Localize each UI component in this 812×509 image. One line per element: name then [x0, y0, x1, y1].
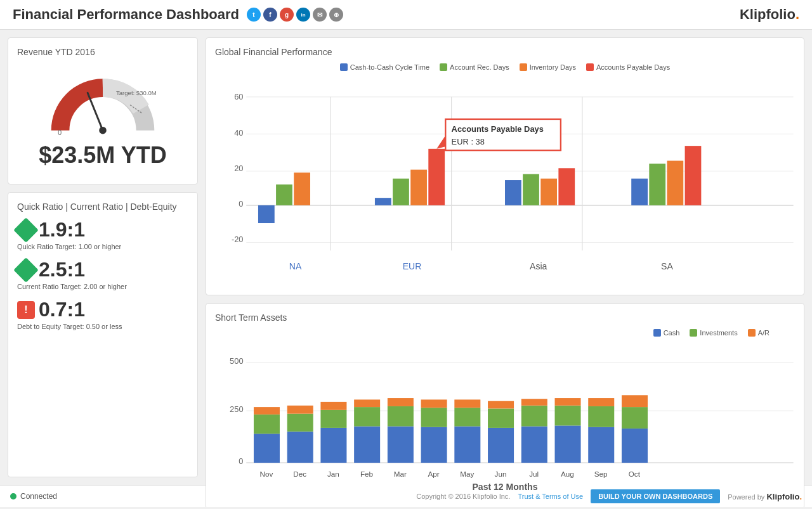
stacked-feb-cash — [354, 427, 380, 463]
bar-eur-ar — [393, 179, 409, 205]
legend-cash-cycle-dot — [340, 63, 348, 71]
current-ratio-target: Current Ratio Target: 2.00 or higher — [17, 283, 188, 290]
trust-link[interactable]: Trust & Terms of Use — [518, 493, 583, 500]
stacked-jan-cash — [320, 428, 346, 463]
legend-ap-days-label: Accounts Payable Days — [596, 63, 670, 71]
stacked-mar-inv — [388, 406, 414, 427]
debt-equity-row: ! 0.7:1 — [17, 298, 188, 321]
current-ratio-value: 2.5:1 — [39, 258, 85, 281]
current-ratio-section: 2.5:1 Current Ratio Target: 2.00 or high… — [17, 258, 188, 290]
svg-text:May: May — [460, 470, 474, 478]
share-icon[interactable]: ⊕ — [329, 8, 343, 22]
short-term-title: Short Term Assets — [215, 312, 795, 323]
main-content: Revenue YTD 2016 0 Target: $30.0 — [0, 30, 812, 485]
bar-sa-inv — [667, 161, 683, 205]
bar-asia-ap — [558, 168, 575, 205]
legend-investments-label: Investments — [700, 329, 737, 337]
stacked-apr-inv — [421, 408, 447, 427]
page-title: Financial Performance Dashboard — [13, 6, 239, 23]
short-term-card: Short Term Assets Cash Investments A/R — [206, 303, 804, 507]
legend-inv-days-label: Inventory Days — [530, 63, 576, 71]
legend-ar-dot — [748, 329, 756, 337]
twitter-icon[interactable]: t — [247, 8, 261, 22]
current-ratio-icon — [13, 257, 39, 283]
quick-ratio-value: 1.9:1 — [39, 218, 85, 242]
status-indicator — [10, 493, 16, 499]
legend-inv-days: Inventory Days — [520, 63, 576, 71]
header-left: Financial Performance Dashboard t f g in… — [13, 6, 343, 23]
email-icon[interactable]: ✉ — [313, 8, 327, 22]
quick-ratio-icon — [13, 217, 39, 243]
svg-text:Dec: Dec — [293, 470, 306, 478]
global-bar-chart: 60 40 20 0 -20 — [215, 76, 795, 284]
label-asia: Asia — [530, 261, 547, 271]
footer-left: Connected — [10, 492, 57, 501]
stacked-oct-inv — [622, 407, 648, 428]
svg-text:0: 0 — [239, 456, 243, 466]
stacked-sep-inv — [588, 406, 614, 427]
bar-na-cash — [258, 205, 275, 223]
copyright-text: Copyright © 2016 Klipfolio Inc. — [416, 493, 510, 500]
bar-eur-inv — [410, 170, 427, 205]
svg-text:20: 20 — [234, 164, 243, 173]
label-na: NA — [289, 261, 302, 271]
stacked-jan-inv — [320, 410, 346, 428]
stacked-aug-cash — [555, 425, 581, 463]
stacked-jun-ar — [488, 401, 514, 409]
footer-right: Copyright © 2016 Klipfolio Inc. Trust & … — [416, 489, 802, 503]
svg-text:Jul: Jul — [529, 470, 539, 478]
stacked-may-inv — [454, 408, 480, 426]
left-panel: Revenue YTD 2016 0 Target: $30.0 — [8, 37, 198, 477]
stacked-jan-ar — [320, 402, 346, 410]
google-icon[interactable]: g — [280, 8, 294, 22]
legend-ar-days-label: Account Rec. Days — [450, 63, 509, 71]
svg-text:0: 0 — [58, 129, 62, 136]
bar-na-inv — [294, 172, 310, 205]
facebook-icon[interactable]: f — [263, 8, 277, 22]
svg-text:Sep: Sep — [594, 470, 608, 478]
debt-equity-value: 0.7:1 — [39, 298, 85, 321]
stacked-jul-inv — [521, 406, 547, 427]
tooltip-title: Accounts Payable Days — [452, 124, 544, 134]
linkedin-icon[interactable]: in — [296, 8, 310, 22]
legend-ap-days-dot — [586, 63, 594, 71]
svg-text:40: 40 — [234, 128, 243, 138]
global-chart-card: Global Financial Performance Cash-to-Cas… — [206, 37, 804, 295]
debt-equity-section: ! 0.7:1 Debt to Equity Target: 0.50 or l… — [17, 298, 188, 330]
stacked-mar-ar — [388, 398, 414, 406]
global-chart-title: Global Financial Performance — [215, 47, 795, 57]
klipfolio-logo: Klipfolio. — [740, 6, 799, 23]
current-ratio-row: 2.5:1 — [17, 258, 188, 281]
status-text: Connected — [20, 492, 57, 501]
bar-sa-cash — [631, 179, 648, 205]
bar-eur-cash — [375, 198, 391, 205]
legend-cash-dot — [653, 329, 661, 337]
stacked-oct-ar — [622, 395, 648, 407]
build-dashboard-button[interactable]: BUILD YOUR OWN DASHBOARDS — [591, 489, 720, 503]
svg-text:Nov: Nov — [259, 470, 273, 478]
stacked-jun-inv — [488, 409, 514, 428]
gauge-svg: 0 Target: $30.0M — [39, 70, 166, 139]
legend-investments-dot — [690, 329, 697, 337]
bar-eur-ap — [428, 149, 445, 205]
stacked-nov-cash — [254, 434, 280, 463]
short-term-bar-chart: 500 250 0 Nov Dec — [215, 342, 795, 498]
ratios-card: Quick Ratio | Current Ratio | Debt-Equit… — [8, 192, 198, 477]
svg-text:Oct: Oct — [629, 470, 641, 478]
label-eur: EUR — [403, 261, 422, 271]
stacked-dec-ar — [287, 406, 313, 414]
svg-text:Aug: Aug — [561, 470, 574, 478]
short-term-legend: Cash Investments A/R — [215, 329, 769, 337]
svg-text:-20: -20 — [232, 235, 244, 244]
stacked-sep-ar — [588, 398, 614, 406]
bar-asia-inv — [540, 179, 557, 205]
quick-ratio-section: 1.9:1 Quick Ratio Target: 1.00 or higher — [17, 218, 188, 250]
svg-text:Target: $30.0M: Target: $30.0M — [116, 89, 157, 96]
stacked-aug-ar — [555, 398, 581, 406]
svg-text:0: 0 — [239, 199, 243, 209]
bar-na-ar — [276, 184, 292, 205]
legend-cash-cycle: Cash-to-Cash Cycle Time — [340, 63, 429, 71]
stacked-dec-inv — [287, 414, 313, 432]
revenue-value: $23.5M YTD — [39, 142, 166, 169]
legend-inv-days-dot — [520, 63, 527, 71]
